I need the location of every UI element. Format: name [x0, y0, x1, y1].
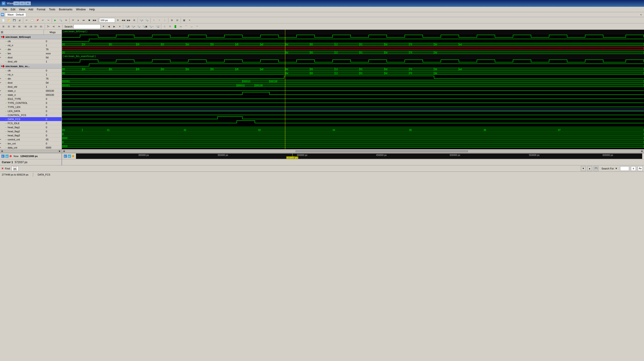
tb-sig-btn7[interactable]: ⊟↑	[33, 24, 38, 29]
tb-snap-btn[interactable]: ⊞	[132, 18, 137, 23]
menu-edit[interactable]: Edit	[9, 7, 17, 11]
wave-scroll-right-btn[interactable]: ▶	[641, 150, 644, 153]
signal-statec[interactable]: + → state_c 000100	[0, 89, 62, 93]
tb-zoom-in[interactable]: 🔍+	[139, 18, 144, 23]
menu-bookmarks[interactable]: Bookmarks	[57, 7, 74, 11]
tb-wave-shape4[interactable]: ▭	[178, 24, 183, 29]
datacnt-expand[interactable]: +	[0, 146, 3, 149]
group1-header[interactable]: ▼ sim:/exam_tb/Group1	[0, 35, 62, 39]
staten-expand[interactable]: +	[0, 94, 3, 96]
signal-fcsidle[interactable]: → FCS_IDLE 0	[0, 121, 62, 125]
len1-expand[interactable]: +	[0, 52, 3, 54]
tb-redo-btn[interactable]: ↪	[46, 18, 51, 23]
signal-controlcnt[interactable]: + → control_cnt 05	[0, 137, 62, 141]
tb-grid-btn[interactable]: ▦	[182, 18, 187, 23]
signal-dout-2[interactable]: + → dout 0d	[0, 81, 62, 85]
signal-rstn-2[interactable]: → rst_n 1	[0, 72, 62, 77]
signal-controlfcs[interactable]: → CONTROL_FCS 0	[0, 113, 62, 117]
signal-headflag3[interactable]: → head_flag3 0	[0, 133, 62, 137]
search-clear-btn[interactable]: ✕	[117, 24, 122, 29]
tab-wave-default[interactable]: Wave - Default	[5, 13, 26, 16]
tb-sig-btn6[interactable]: ↓⊞	[28, 24, 33, 29]
tb-down-btn[interactable]: ↓	[162, 18, 167, 23]
tb-search-btn[interactable]: 🔍	[58, 18, 63, 23]
signal-clk-1[interactable]: → clk 0	[0, 39, 62, 43]
tb-new-btn[interactable]: 📄	[1, 18, 6, 23]
signal-lendata[interactable]: → LEN_DATA 0	[0, 109, 62, 113]
tb-run2-btn[interactable]: ⏵	[76, 18, 81, 23]
tb-zoom-out[interactable]: 🔍-	[144, 18, 150, 23]
controlcnt-expand[interactable]: +	[0, 138, 3, 141]
tb-zoom-full[interactable]: 🔍⊞	[124, 24, 130, 29]
signal-doutvld-2[interactable]: → dout_vld 1	[0, 85, 62, 89]
tab-expand-button[interactable]: +	[639, 13, 643, 16]
tb-cut-btn[interactable]: ✂	[24, 18, 29, 23]
search-for-dropdown[interactable]: ▼	[615, 167, 618, 170]
din2-expand[interactable]: +	[0, 77, 3, 80]
close-button[interactable]: ✕	[25, 1, 31, 5]
tb-wave-fwd[interactable]: ▶▶	[126, 18, 131, 23]
scroll-right-btn[interactable]: ▶	[58, 150, 61, 153]
search-prev-btn[interactable]: ◀	[106, 24, 112, 29]
menu-format[interactable]: Format	[35, 7, 47, 11]
tb-sim-btn[interactable]: ▶▶	[92, 18, 97, 23]
tb-up-btn[interactable]: ↑	[157, 18, 162, 23]
maximize-button[interactable]: □	[20, 1, 25, 5]
signal-datafcs[interactable]: → DATA_FCS 0	[0, 117, 62, 121]
tb-sig-btn3[interactable]: ⊞↑	[12, 24, 17, 29]
group2-header[interactable]: ▼ sim:/exam_tb/u_ex...	[0, 64, 62, 68]
tb-wave-nav2[interactable]: ≪	[51, 24, 56, 29]
menu-window[interactable]: Window	[74, 7, 88, 11]
signal-headflag1[interactable]: → head_flag1 0	[0, 125, 62, 129]
tb-wave-shape5[interactable]: ⌒	[184, 24, 189, 29]
tb-sig-btn8[interactable]: ⊟↓	[39, 24, 44, 29]
tb-wave-shape2[interactable]: ⊓	[168, 24, 172, 29]
tb-zoom-cur[interactable]: 🔍|	[155, 24, 160, 29]
tb-copy-btn[interactable]: 📋	[30, 18, 34, 23]
tb-paste-btn[interactable]: 📌	[35, 18, 40, 23]
wave-scroll-left-btn[interactable]: ◀	[62, 150, 65, 153]
tb-wave-back[interactable]: ◀◀	[121, 18, 126, 23]
signal-len-1[interactable]: + → len xxxx	[0, 51, 62, 55]
tb-zoom-fit[interactable]: 🔍↔	[148, 24, 155, 29]
tb-step-btn[interactable]: ⏭	[82, 18, 86, 23]
group1-expand[interactable]: ▼	[0, 36, 2, 38]
time-input[interactable]	[99, 18, 115, 22]
tb-collapse-btn[interactable]: ⊟	[175, 18, 180, 23]
tb-sig-btn5[interactable]: ↑⊞	[22, 24, 28, 29]
tb-sig-btn1[interactable]: ⊞	[1, 24, 6, 29]
tb-sig-btn2[interactable]: ⊟	[6, 24, 11, 29]
din1-expand[interactable]: +	[0, 48, 3, 50]
tb-wave-shape6[interactable]: ⌓	[189, 24, 194, 29]
minimize-button[interactable]: —	[14, 1, 19, 5]
signal-lencnt[interactable]: + → len_cnt 0	[0, 141, 62, 146]
tb-wave-nav3[interactable]: ≫	[56, 24, 62, 29]
tb-restart-btn[interactable]: ⟳	[70, 18, 76, 23]
signal-staten[interactable]: + → state_n 000100	[0, 93, 62, 97]
signal-headflag2[interactable]: → head_flag2 0	[0, 129, 62, 133]
tb-time-down[interactable]: ▼	[116, 18, 120, 23]
tb-save-btn[interactable]: 💾	[12, 18, 17, 23]
signal-datacnt[interactable]: + → data_cnt 0000	[0, 146, 62, 149]
tb-zoom-out2[interactable]: 🔍-	[136, 24, 142, 29]
signal-doutvld-1[interactable]: → dout_vld 1	[0, 59, 62, 63]
signal-idletype[interactable]: → IDLE_TYPE 0	[0, 97, 62, 101]
tb-zoom-sel[interactable]: 🔍▣	[142, 24, 148, 29]
signal-typelen[interactable]: → TYPE_LEN 0	[0, 105, 62, 109]
find-icon-btn[interactable]	[12, 166, 18, 171]
wave-scroll-track[interactable]	[66, 150, 640, 152]
group2-expand[interactable]: ▼	[0, 65, 2, 67]
signal-rstn-1[interactable]: → rst_n 1	[0, 43, 62, 47]
search-next-btn[interactable]: ▶	[112, 24, 117, 29]
dout2-expand[interactable]: +	[0, 82, 3, 84]
search-input[interactable]	[74, 24, 100, 29]
tb-wave-btn[interactable]: ≋	[64, 18, 68, 23]
tb-sig-btn4[interactable]: ⊞↓	[17, 24, 22, 29]
tb-cursor-btn[interactable]: ↕	[152, 18, 156, 23]
find-nav-down[interactable]: ▼	[581, 166, 586, 171]
find-nav-up[interactable]: ▲	[587, 166, 592, 171]
dout1-expand[interactable]: +	[0, 56, 3, 59]
scroll-left-btn[interactable]: ◀	[0, 150, 3, 153]
signal-scroll-track[interactable]	[4, 150, 58, 152]
tb-wave-shape3[interactable]: █	[173, 24, 178, 29]
